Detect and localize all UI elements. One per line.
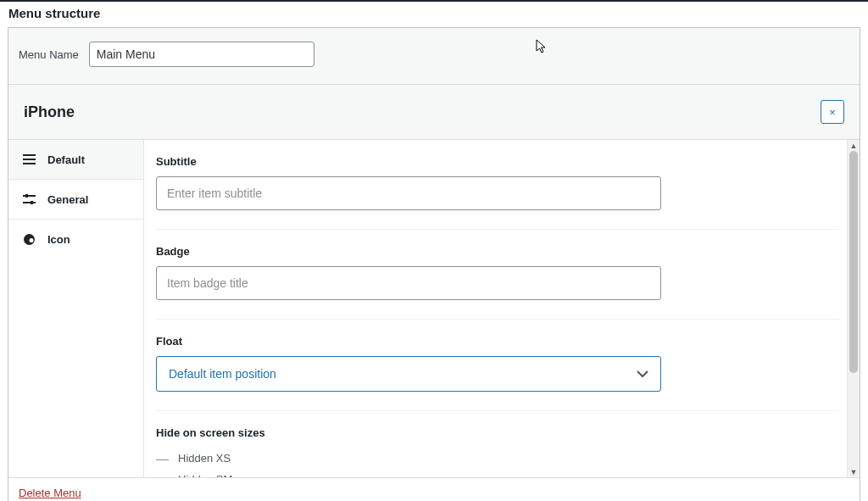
settings-content: Subtitle Badge Float Default item positi…	[144, 140, 860, 477]
tab-label: General	[47, 193, 88, 206]
svg-rect-0	[25, 194, 28, 198]
hide-option-label: Hidden SM	[178, 473, 232, 477]
subtitle-label: Subtitle	[156, 155, 839, 168]
float-label: Float	[156, 335, 839, 348]
badge-label: Badge	[156, 245, 839, 258]
tab-icon[interactable]: Icon	[8, 220, 143, 259]
scroll-up-icon: ▲	[848, 140, 860, 151]
field-hide: Hide on screen sizes — Hidden XS — Hidde…	[156, 410, 839, 477]
scroll-down-icon: ▼	[848, 466, 860, 477]
palette-icon	[22, 233, 36, 247]
field-float: Float Default item position	[156, 319, 839, 392]
page-title: Menu structure	[0, 2, 868, 27]
hide-label: Hide on screen sizes	[156, 426, 839, 439]
delete-menu-link[interactable]: Delete Menu	[19, 487, 81, 499]
svg-rect-1	[31, 201, 33, 204]
menu-panel: Menu Name iPhone × Default General	[8, 27, 860, 501]
chevron-down-icon	[637, 368, 648, 381]
scrollbar-thumb[interactable]	[849, 151, 858, 373]
panel-footer: Delete Menu	[8, 477, 860, 501]
hamburger-icon	[22, 153, 36, 166]
close-button[interactable]: ×	[821, 100, 844, 124]
toggle-off-icon: —	[156, 472, 168, 477]
item-title: iPhone	[24, 103, 75, 121]
menu-name-label: Menu Name	[19, 48, 79, 61]
float-select[interactable]: Default item position	[156, 356, 661, 392]
close-icon: ×	[829, 107, 836, 118]
tabs-column: Default General Icon	[8, 140, 144, 477]
badge-input[interactable]	[156, 266, 661, 300]
tab-label: Icon	[47, 233, 70, 246]
field-subtitle: Subtitle	[156, 155, 839, 210]
toggle-off-icon: —	[156, 451, 168, 465]
menu-name-row: Menu Name	[8, 28, 860, 85]
subtitle-input[interactable]	[156, 176, 661, 210]
field-badge: Badge	[156, 229, 839, 300]
svg-point-3	[29, 238, 33, 242]
hide-option-label: Hidden XS	[178, 452, 231, 465]
scrollbar[interactable]: ▲ ▼	[847, 140, 860, 477]
hide-option-sm[interactable]: — Hidden SM	[156, 469, 839, 477]
sliders-icon	[22, 192, 36, 206]
float-selected-value: Default item position	[169, 367, 276, 381]
item-body: Default General Icon Subtitle Ba	[8, 140, 860, 477]
tab-general[interactable]: General	[8, 180, 143, 220]
hide-options-list: — Hidden XS — Hidden SM — Hidden MD	[156, 448, 839, 477]
menu-name-input[interactable]	[89, 42, 314, 67]
item-header: iPhone ×	[8, 85, 860, 140]
tab-label: Default	[47, 153, 85, 166]
hide-option-xs[interactable]: — Hidden XS	[156, 448, 839, 469]
tab-default[interactable]: Default	[8, 140, 143, 180]
